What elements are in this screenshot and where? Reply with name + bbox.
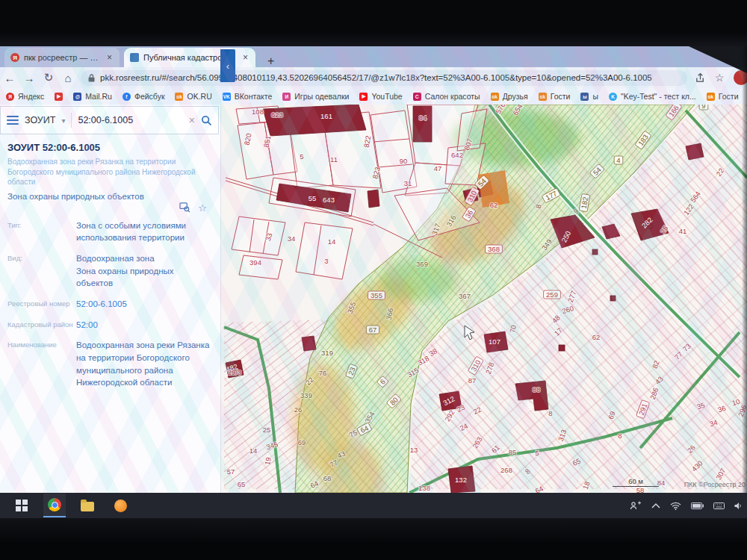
new-tab-button[interactable]: +	[263, 55, 279, 67]
bookmark-label: ВКонтакте	[235, 92, 273, 101]
windows-taskbar	[0, 493, 747, 518]
speaker-icon[interactable]	[734, 502, 743, 510]
attribute-row: Вид:Водоохранная зона Зона охраны природ…	[7, 252, 211, 290]
bookmark-label: YouTube	[371, 92, 402, 101]
bookmark-label: "Key-Test" - тест кл...	[621, 92, 696, 101]
svg-text:8: 8	[618, 432, 622, 440]
parcel-label: 138	[418, 484, 430, 492]
browser-toolbar: ← → ↻ ⌂ pkk.rosreestr.ru/#/search/56.099…	[0, 67, 747, 88]
bookmark-item[interactable]: ыы	[580, 92, 598, 101]
panel-collapse-button[interactable]: ‹	[220, 49, 235, 82]
bookmark-label: Друзья	[503, 92, 528, 101]
svg-text:88: 88	[533, 385, 541, 393]
svg-text:19: 19	[263, 456, 273, 465]
attribute-value: Зона с особыми условиями использования т…	[76, 220, 211, 244]
attribute-value[interactable]: 52:00-6.1005	[76, 298, 127, 311]
bookmark-favicon-icon: Я	[6, 93, 14, 101]
laptop-bezel-bottom	[0, 518, 747, 560]
parcel-label: 4	[614, 156, 623, 164]
cadastral-map[interactable]: 1086238208515118228238490642807473125028…	[220, 105, 747, 493]
svg-text:355: 355	[371, 291, 382, 299]
parcel-label: 68	[323, 474, 332, 482]
tab-close-icon[interactable]: ×	[105, 52, 114, 63]
search-category-select[interactable]: ЗОУИТ	[25, 115, 55, 125]
svg-text:31: 31	[404, 179, 412, 187]
svg-text:26: 26	[294, 405, 303, 414]
svg-text:55: 55	[309, 194, 317, 202]
parcel-label: 26	[294, 405, 303, 414]
bookmark-label: Mail.Ru	[85, 92, 112, 101]
bookmark-item[interactable]: ИИгры одевалки	[282, 92, 349, 101]
parcel-label: 25	[263, 426, 271, 434]
parcel-label: 161	[320, 112, 332, 120]
svg-text:369: 369	[416, 260, 428, 268]
bookmark-item[interactable]: fФейсбук	[123, 92, 165, 101]
share-icon[interactable]	[695, 72, 706, 84]
tab-title: пкк росреестр — Яндекс: нашл	[24, 53, 101, 62]
object-title: ЗОУИТ 52:00-6.1005	[7, 142, 211, 153]
svg-text:69: 69	[298, 438, 306, 447]
chevron-down-icon[interactable]: ▾	[61, 116, 65, 125]
tray-expand-chevron-icon[interactable]	[651, 503, 660, 508]
parcel-label: 13	[410, 446, 418, 454]
menu-icon[interactable]	[7, 116, 19, 125]
bookmark-item[interactable]: K"Key-Test" - тест кл...	[609, 92, 696, 101]
bookmark-favicon-icon: f	[123, 93, 131, 101]
tab-close-icon[interactable]: ×	[241, 52, 249, 63]
tab-strip: Я пкк росреестр — Яндекс: нашл × Публичн…	[0, 46, 747, 67]
reload-button-icon[interactable]: ↻	[39, 71, 58, 84]
bookmark-star-icon[interactable]: ☆	[715, 72, 725, 84]
parcel-label: 369	[416, 260, 428, 268]
svg-text:34: 34	[288, 234, 296, 243]
home-button-icon[interactable]: ⌂	[58, 72, 78, 84]
svg-text:5: 5	[535, 449, 539, 457]
bookmark-item[interactable]: ▶YouTube	[359, 92, 402, 101]
start-button[interactable]	[10, 494, 33, 517]
bookmark-item[interactable]: ССалон красоты	[413, 92, 480, 101]
parcel-label: 11	[330, 155, 338, 164]
battery-icon[interactable]	[691, 503, 704, 509]
bookmark-item[interactable]: @Mail.Ru	[73, 92, 112, 101]
parcel-label: 643	[323, 196, 335, 204]
bookmark-item[interactable]: okГости	[707, 92, 739, 101]
system-tray	[630, 501, 743, 510]
parcel-label: 107	[489, 337, 500, 346]
svg-text:268: 268	[500, 466, 512, 474]
taskbar-chrome-button[interactable]	[43, 494, 66, 517]
svg-text:132: 132	[455, 476, 467, 484]
attribute-value[interactable]: 52:00	[76, 319, 98, 332]
svg-text:29/3: 29/3	[228, 368, 242, 376]
object-subtitle: Водоохранная зона реки Рязанка на террит…	[7, 157, 211, 187]
forward-button-icon[interactable]: →	[19, 72, 39, 84]
svg-text:5: 5	[300, 152, 303, 161]
bookmark-item[interactable]: okГости	[539, 92, 571, 101]
taskbar-explorer-button[interactable]	[76, 494, 99, 517]
bookmark-item[interactable]: VKВКонтакте	[223, 92, 273, 101]
bookmark-item[interactable]: ЯЯндекс	[6, 92, 44, 101]
zoom-to-object-icon[interactable]	[179, 202, 190, 213]
svg-text:3: 3	[324, 257, 328, 265]
clear-search-icon[interactable]: ×	[189, 114, 195, 126]
favorite-star-icon[interactable]: ☆	[198, 202, 207, 214]
tab-yandex-search[interactable]: Я пкк росреестр — Яндекс: нашл ×	[4, 48, 120, 67]
search-input[interactable]: 52:00-6.1005	[78, 115, 182, 125]
parcel-label: 14	[328, 237, 336, 246]
tab-cadastral-map[interactable]: Публичная кадастровая карта ×	[124, 48, 255, 67]
profile-avatar[interactable]	[734, 70, 747, 85]
parcel-label: 108	[252, 108, 264, 116]
back-button-icon[interactable]: ←	[0, 72, 19, 84]
people-icon[interactable]	[630, 501, 642, 510]
search-icon[interactable]	[201, 115, 212, 126]
keyboard-icon[interactable]	[713, 503, 725, 509]
map-search-bar: ЗОУИТ ▾ 52:00-6.1005 ×	[0, 106, 219, 134]
bookmark-item[interactable]: okOK.RU	[175, 92, 211, 101]
address-bar[interactable]: pkk.rosreestr.ru/#/search/56.09996408010…	[81, 70, 687, 86]
taskbar-app-button[interactable]	[109, 494, 131, 517]
map-canvas[interactable]: 1086238208515118228238490642807473125028…	[220, 105, 747, 493]
bookmark-item[interactable]: okДрузья	[491, 92, 528, 101]
parcel-label: 31	[404, 179, 412, 187]
bookmark-favicon-icon: K	[609, 93, 617, 101]
bookmark-item[interactable]: ▶	[55, 93, 63, 101]
wifi-icon[interactable]	[670, 502, 681, 510]
parcel-label: 642	[451, 151, 463, 159]
